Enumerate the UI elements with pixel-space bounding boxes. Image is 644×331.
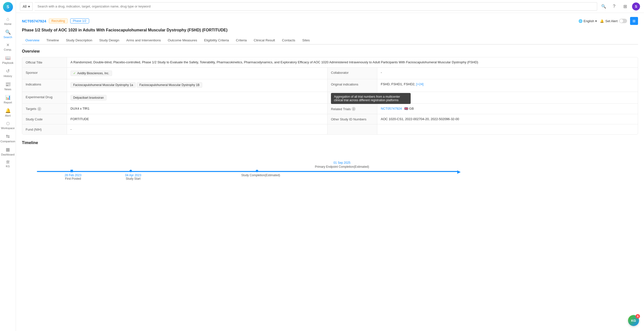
experimental-drug-label: Experimental Drug [22, 92, 67, 103]
tab-sites[interactable]: Sites [299, 36, 313, 45]
original-indications-text: FSHD, FSHD1, FSHD2, [381, 82, 416, 86]
overview-section-title: Overview [22, 49, 638, 54]
sidebar-item-workspace[interactable]: ⬡ Workspace [1, 120, 15, 131]
search-button[interactable]: 🔍 [599, 4, 608, 9]
bookmark-button[interactable]: ⊞ [630, 17, 638, 25]
study-completion-label: Study Completion(Estimated) [241, 173, 281, 177]
primary-endpoint-above: 01 Sep 2025 Primary Endpoint Completion(… [315, 161, 369, 168]
study-code-label: Study Code [22, 114, 67, 124]
study-code-row: Study Code FORTITUDE Other Study ID Numb… [22, 114, 638, 124]
study-completion-below: Study Completion(Estimated) [241, 173, 281, 177]
tab-timeline[interactable]: Timeline [43, 36, 62, 45]
original-indications-label: Original indications [328, 79, 377, 92]
timeline-dot-study-start [130, 170, 132, 172]
tab-contacts[interactable]: Contacts [278, 36, 298, 45]
indications-row: Indications Facioscapulohumeral Muscular… [22, 79, 638, 92]
fund-label: Fund (NIH) [22, 124, 67, 134]
dropdown-arrow-icon: ▾ [28, 5, 30, 9]
timeline-point-primary [256, 170, 258, 172]
sidebar-item-comp[interactable]: ✕ Comp. [1, 41, 15, 53]
sidebar-item-report[interactable]: 📊 Report [1, 93, 15, 105]
timeline-dot-primary [256, 170, 258, 172]
sidebar-item-label: Comp. [4, 48, 12, 51]
search-input[interactable] [34, 2, 597, 11]
gb-flag: 🇬🇧 [404, 107, 408, 110]
lang-arrow-icon: ▾ [595, 19, 597, 23]
dropdown-label: All [23, 5, 27, 9]
targets-value: DUX4 x TfR1 [67, 104, 328, 114]
user-avatar[interactable]: S [632, 3, 640, 11]
sidebar-item-label: Comparison [0, 140, 15, 143]
targets-info-icon[interactable]: i [37, 107, 41, 111]
original-indications-more[interactable]: [+24] [416, 82, 423, 86]
tab-study-design[interactable]: Study Design [96, 36, 123, 45]
experimental-drug-tag: Delpacibart braxlosiran [70, 95, 106, 100]
app-logo[interactable]: S [3, 2, 13, 12]
tab-eligibility[interactable]: Eligibility Criteria [201, 36, 232, 45]
first-posted-label: First Posted [63, 177, 83, 180]
grid-menu-button[interactable]: ⊞ [621, 3, 629, 11]
other-study-id-label: Other Study ID Numbers [328, 114, 377, 124]
alert-toggle[interactable] [619, 19, 627, 23]
related-trials-info-icon[interactable]: i [352, 107, 356, 111]
sidebar-item-alert[interactable]: 🔔 Alert [1, 106, 15, 119]
study-start-date: 04 Apr 2023 [123, 173, 143, 177]
timeline-point-first-posted [70, 170, 73, 172]
tab-study-description[interactable]: Study Description [62, 36, 96, 45]
official-title-value: A Randomized, Double-blind, Placebo-cont… [67, 57, 638, 67]
study-start-label: Study Start [123, 177, 143, 180]
language-selector[interactable]: 🌐 English ▾ [578, 19, 597, 23]
report-icon: 📊 [5, 95, 11, 100]
primary-endpoint-date: 01 Sep 2025 [315, 161, 369, 165]
header-actions: ? ⊞ S [610, 3, 640, 11]
study-id-link[interactable]: NCT05747924 [22, 19, 46, 23]
sponsor-value: ✓ Avidity Biosciences, Inc. [67, 68, 328, 79]
dashboard-icon: ▦ [6, 147, 10, 152]
sidebar-item-playbook[interactable]: 📖 Playbook [1, 54, 15, 66]
tab-outcome[interactable]: Outcome Measures [164, 36, 201, 45]
targets-label: Targets i [22, 104, 67, 114]
sidebar-item-home[interactable]: ⌂ Home [1, 15, 15, 27]
related-trials-label: Related Trials i Aggregation of all tria… [328, 104, 377, 114]
experimental-drug-value: Delpacibart braxlosiran [67, 92, 328, 103]
control-drug-value: - [377, 92, 638, 103]
sidebar-item-news[interactable]: 📰 News [1, 80, 15, 92]
help-button[interactable]: ? [610, 3, 618, 11]
sidebar-item-label: Alert [5, 114, 11, 117]
content-area: NCT05747924 Recruiting Phase 1/2 🌐 Engli… [16, 13, 644, 331]
timeline-arrow: ▶ [457, 169, 461, 174]
study-code-value: FORTITUDE [67, 114, 328, 124]
search-type-dropdown[interactable]: All ▾ [20, 2, 32, 11]
related-trials-link[interactable]: NCT05747924 [381, 107, 402, 110]
phase-badge: Phase 1/2 [70, 19, 89, 24]
sidebar-item-comparison[interactable]: ⇆ Comparison [1, 132, 15, 144]
status-badge: Recruiting [49, 19, 68, 24]
sidebar-item-label: Workspace [1, 127, 15, 130]
set-alert-button[interactable]: 🔔 Set Alert [600, 19, 627, 23]
playbook-icon: 📖 [5, 55, 11, 61]
sidebar-item-history[interactable]: ↺ History [1, 67, 15, 79]
tab-criteria[interactable]: Criteria [232, 36, 250, 45]
kg-badge-button[interactable]: KG 6 [628, 315, 639, 326]
tab-arms[interactable]: Arms and Interventions [123, 36, 164, 45]
timeline-section-title: Timeline [22, 141, 638, 145]
tab-overview[interactable]: Overview [22, 36, 43, 45]
first-posted-below: 28 Feb 2023 First Posted [63, 173, 83, 180]
sidebar-item-label: Search [4, 36, 12, 39]
comp-icon: ✕ [6, 43, 10, 47]
original-indications-value: FSHD, FSHD1, FSHD2, [+24] [377, 79, 638, 92]
home-icon: ⌂ [6, 17, 9, 22]
timeline-section: Timeline 01 Sep 2025 Primary Endpoint Co… [22, 141, 638, 188]
sidebar-item-label: Report [4, 101, 12, 104]
translate-icon: 🌐 [578, 19, 582, 23]
alert-bell-icon: 🔔 [600, 19, 604, 23]
sidebar-item-search[interactable]: 🔍 Search [1, 28, 15, 40]
alert-icon: 🔔 [5, 108, 11, 113]
language-label: English [584, 19, 594, 23]
study-title: Phase 1/2 Study of AOC 1020 in Adults Wi… [22, 28, 638, 33]
sidebar-item-label: News [4, 88, 12, 91]
tab-clinical-result[interactable]: Clinical Result [250, 36, 279, 45]
sidebar-item-kg[interactable]: 🕸 KG [1, 159, 15, 169]
set-alert-label: Set Alert [606, 19, 618, 23]
sidebar-item-dashboard[interactable]: ▦ Dashboard [1, 145, 15, 158]
